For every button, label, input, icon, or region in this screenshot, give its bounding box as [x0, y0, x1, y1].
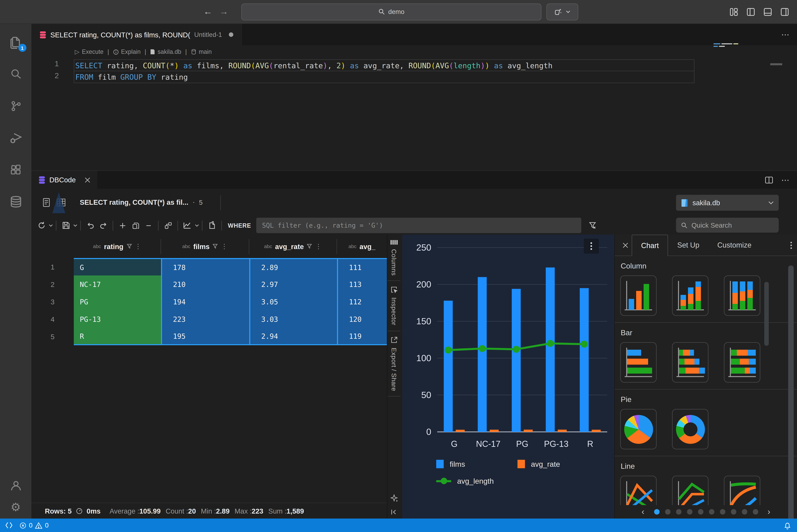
messages-log-icon[interactable] — [42, 198, 50, 207]
chart-thumb-column-grouped[interactable] — [620, 276, 656, 316]
relations-icon[interactable] — [162, 219, 175, 232]
notifications-bell-icon[interactable] — [784, 521, 791, 529]
cell-avg_rate[interactable]: 2.89 — [249, 258, 337, 276]
copilot-button[interactable] — [546, 3, 578, 20]
cell-films[interactable]: 210 — [161, 276, 249, 293]
command-center-search[interactable]: demo — [241, 3, 541, 20]
bar-avg_rate[interactable] — [524, 430, 533, 432]
explain-link[interactable]: Explain — [121, 48, 141, 55]
panel-more-icon[interactable]: ⋯ — [781, 175, 789, 185]
collapse-panel-icon[interactable] — [391, 509, 397, 516]
chevron-down-icon[interactable] — [49, 224, 53, 227]
unsaved-dot-icon[interactable] — [229, 32, 234, 37]
column-menu-icon[interactable]: ⋮ — [221, 243, 228, 250]
chart-panel-kebab-icon[interactable] — [790, 235, 792, 255]
column-header-films[interactable]: abcfilms⋮ — [161, 239, 249, 254]
codelens-branch[interactable]: main — [199, 48, 212, 55]
bar-avg_rate[interactable] — [592, 430, 601, 432]
side-tab-columns[interactable]: Columns — [387, 235, 400, 281]
result-tab[interactable]: SELECT rating, COUNT(*) as fil... · 5 — [80, 189, 203, 216]
chart-thumb-bar-grouped[interactable] — [620, 342, 656, 383]
cell-films[interactable]: 223 — [161, 310, 249, 328]
column-filter-icon[interactable] — [213, 244, 218, 249]
page-next-icon[interactable]: › — [764, 507, 774, 517]
chart-thumb-donut[interactable] — [672, 409, 708, 449]
cell-avg_rate[interactable]: 2.94 — [249, 328, 337, 345]
cell-rating[interactable]: G — [74, 258, 161, 276]
legend-item-avg_length[interactable]: avg_length — [436, 477, 518, 485]
result-scrollbar[interactable] — [788, 266, 794, 532]
cell-avg_[interactable]: 120 — [337, 310, 387, 328]
row-number[interactable]: 3 — [31, 293, 74, 310]
bar-films[interactable] — [512, 289, 521, 432]
point-avg_length[interactable] — [445, 346, 452, 354]
source-control-icon[interactable] — [4, 95, 27, 117]
page-dot-10[interactable] — [753, 509, 758, 515]
editor-actions-more-icon[interactable]: ⋯ — [781, 24, 789, 45]
page-dot-6[interactable] — [709, 509, 714, 515]
codelens-database[interactable]: sakila.db — [158, 48, 181, 55]
legend-item-films[interactable]: films — [436, 460, 518, 468]
tab-customize[interactable]: Customize — [708, 235, 760, 255]
point-avg_length[interactable] — [513, 346, 520, 353]
save-icon[interactable] — [59, 219, 72, 232]
forward-icon[interactable]: → — [219, 6, 228, 17]
chart-thumb-column-percent[interactable] — [724, 276, 760, 316]
cell-films[interactable]: 178 — [161, 258, 249, 276]
dbcode-tab[interactable]: DBCode — [31, 171, 97, 189]
chevron-down-icon[interactable] — [73, 224, 77, 227]
page-dot-3[interactable] — [676, 509, 681, 515]
grid-corner[interactable] — [31, 239, 74, 254]
point-avg_length[interactable] — [479, 345, 486, 352]
page-dot-1[interactable] — [654, 509, 659, 515]
row-number[interactable]: 2 — [31, 276, 74, 293]
close-icon[interactable] — [85, 177, 90, 183]
cell-avg_rate[interactable]: 3.05 — [249, 293, 337, 310]
cell-films[interactable]: 194 — [161, 293, 249, 310]
cell-films[interactable]: 195 — [161, 328, 249, 345]
table-row[interactable]: 5R1952.94119 — [31, 328, 387, 345]
extensions-icon[interactable] — [4, 158, 27, 181]
tab-chart[interactable]: Chart — [632, 235, 668, 256]
database-sidebar-icon[interactable] — [4, 190, 27, 213]
cell-avg_[interactable]: 113 — [337, 276, 387, 293]
page-dot-4[interactable] — [687, 509, 692, 515]
chart-view-icon[interactable] — [181, 219, 194, 232]
chart-thumb-pie[interactable] — [620, 409, 656, 449]
delete-row-icon[interactable] — [142, 219, 155, 232]
toggle-sidebar-left-icon[interactable] — [745, 6, 756, 17]
column-header-avg_rate[interactable]: abcavg_rate⋮ — [249, 239, 337, 254]
toggle-sidebar-right-icon[interactable] — [779, 6, 790, 17]
explorer-icon[interactable]: 1 — [4, 31, 27, 54]
page-dot-8[interactable] — [731, 509, 736, 515]
table-row[interactable]: 2NC-172102.97113 — [31, 276, 387, 293]
column-header-rating[interactable]: abcrating⋮ — [74, 239, 161, 254]
type-list-scrollbar[interactable] — [764, 282, 769, 346]
tab-set-up[interactable]: Set Up — [668, 235, 708, 255]
add-row-icon[interactable] — [116, 219, 129, 232]
page-prev-icon[interactable]: ‹ — [637, 507, 648, 517]
legend-item-avg_rate[interactable]: avg_rate — [518, 460, 599, 468]
row-number[interactable]: 4 — [31, 310, 74, 328]
execute-link[interactable]: Execute — [82, 48, 104, 55]
cell-avg_rate[interactable]: 3.03 — [249, 310, 337, 328]
editor-scrollbar[interactable] — [770, 63, 782, 65]
undo-icon[interactable] — [84, 219, 97, 232]
page-dot-9[interactable] — [742, 509, 747, 515]
apply-filter-funnel-icon[interactable] — [586, 219, 599, 232]
redo-icon[interactable] — [97, 219, 110, 232]
chart-thumb-column-stacked[interactable] — [672, 276, 708, 316]
side-tab-export-share[interactable]: Export / Share — [387, 331, 400, 397]
connection-select[interactable]: sakila.db — [676, 195, 779, 211]
problems-indicator[interactable]: 0 0 — [19, 521, 49, 529]
chart-thumb-bar-percent[interactable] — [724, 342, 760, 383]
export-result-icon[interactable] — [205, 219, 218, 232]
editor-body[interactable]: ▷ Execute | Explain | sakila.db | — [31, 45, 797, 170]
bar-films[interactable] — [444, 301, 453, 432]
page-dot-2[interactable] — [665, 509, 670, 515]
cell-avg_[interactable]: 119 — [337, 328, 387, 345]
row-number[interactable]: 1 — [31, 258, 74, 276]
chevron-down-icon[interactable] — [195, 224, 199, 227]
column-header-avg_[interactable]: abcavg_ — [337, 239, 387, 254]
split-panel-icon[interactable] — [765, 176, 773, 184]
